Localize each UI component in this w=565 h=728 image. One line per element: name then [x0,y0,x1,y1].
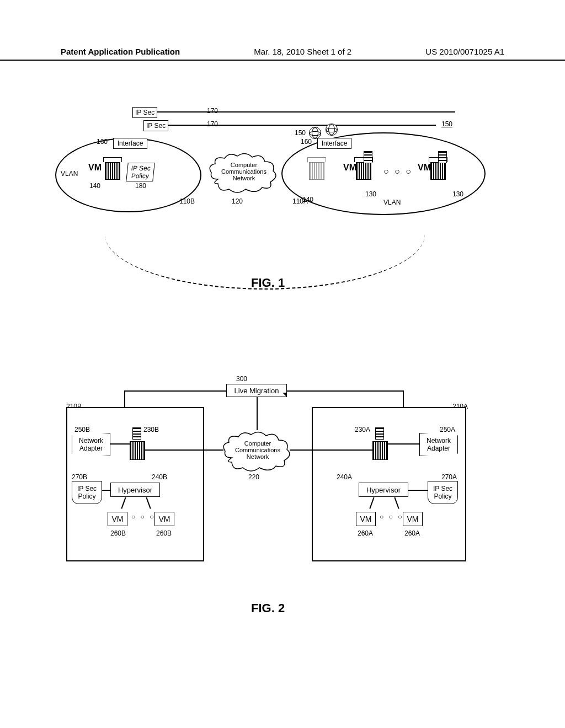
conn-lm-down [257,397,258,430]
conn-lm-right [287,390,403,392]
conn-cloud-left [204,449,223,451]
ipsec-policy-left-f2: IP Sec Policy [72,481,102,504]
cloud-label-fig2: Computer Communications Network [231,440,285,460]
ref-170b: 170 [207,120,218,128]
conn-policy-hv-right [408,490,428,491]
ref-130b: 130 [452,190,463,198]
ref-260b-1: 260B [110,529,126,537]
ref-270b: 270B [72,473,87,481]
header-left: Patent Application Publication [61,47,180,56]
fig1-caption: FIG. 1 [251,276,285,290]
figure-2: 300 Live Migration 210B 210A Computer Co… [66,375,486,618]
ref-170a: 170 [207,107,218,115]
vm-label-left: VM [88,163,102,173]
ref-230b: 230B [143,426,159,433]
migration-arc [105,179,425,290]
conn-lm-left [124,390,226,392]
live-migration-box: Live Migration [226,384,287,397]
conn-cloud-right [290,449,312,451]
ipsec-label-inner: IP Sec [143,120,168,131]
ellipsis-vms-left: ○ ○ ○ [131,513,155,521]
ellipsis-vms: ○ ○ ○ [383,167,413,176]
ipsec-inner-line [143,125,436,126]
ref-140-left: 140 [89,182,100,190]
server-icon-left [132,427,141,440]
vm-label-right-1: VM [343,163,356,173]
conn-tower-cloud-left [145,449,204,451]
globe-icon-2 [326,124,338,136]
vm-tower-left [105,157,120,179]
vm-right-1: VM [356,512,376,526]
net-adapter-right: Network Adapter [419,433,458,456]
tower-left [130,441,145,463]
ref-240b: 240B [152,473,167,481]
vm-tower-ghost [309,157,324,179]
ref-150-right: 150 [441,120,452,128]
ref-160-right: 160 [301,138,312,146]
vm-label-right-2: VM [418,163,431,173]
interface-left: Interface [113,138,147,149]
ellipsis-vms-right: ○ ○ ○ [380,513,403,521]
conn-lm-right-v [403,390,404,407]
server-icon-right [375,427,384,440]
vm-left-2: VM [154,512,174,526]
ipsec-policy-left: IP Sec Policy [126,163,155,181]
globe-icon-1 [309,127,321,139]
ref-250a: 250A [440,426,455,433]
ref-150-left: 150 [295,129,306,137]
conn-tower-cloud-right [312,449,372,451]
ref-300: 300 [236,375,247,383]
ref-250b: 250B [74,426,90,433]
net-adapter-left: Network Adapter [72,433,110,456]
vlan-left-label: VLAN [61,170,78,178]
ref-260a-1: 260A [358,529,373,537]
ipsec-outer-line [132,111,455,113]
server-icon-2 [438,151,447,163]
hypervisor-left: Hypervisor [110,483,160,497]
conn-policy-hv-left [102,490,110,491]
ref-270a: 270A [441,473,457,481]
cloud-label-fig1: Computer Communications Network [217,162,271,181]
conn-lm-left-v [124,390,125,407]
cloud-fig2: Computer Communications Network [221,430,292,474]
header-right: US 2010/0071025 A1 [425,47,504,56]
tower-right [372,441,388,463]
ipsec-policy-right-f2: IP Sec Policy [428,481,458,504]
ref-230a: 230A [355,426,370,433]
ref-160-left: 160 [97,138,108,146]
conn-na-tower-right [388,443,419,445]
figure-1: IP Sec 170 IP Sec 170 VLAN Interface 160… [55,105,497,281]
vm-right-2: VM [403,512,423,526]
fig2-caption: FIG. 2 [251,601,285,615]
conn-na-tower-left [110,443,130,445]
ref-260b-2: 260B [156,529,172,537]
page-header: Patent Application Publication Mar. 18, … [0,47,565,61]
interface-right: Interface [317,138,351,149]
vm-left-1: VM [108,512,127,526]
server-icon-1 [364,151,372,163]
ref-220: 220 [248,473,259,481]
ref-240a: 240A [337,473,352,481]
ipsec-label-outer: IP Sec [132,107,157,118]
ref-260a-2: 260A [404,529,420,537]
header-mid: Mar. 18, 2010 Sheet 1 of 2 [254,47,351,56]
corner-icon [282,393,287,397]
hypervisor-right: Hypervisor [359,483,408,497]
